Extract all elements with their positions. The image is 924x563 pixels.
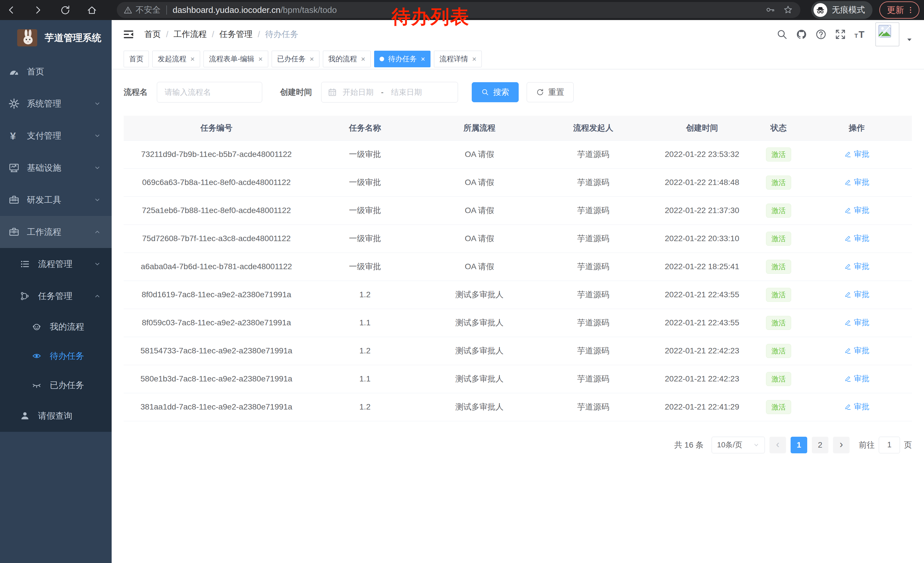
tab-close-icon[interactable]: × [258, 55, 263, 63]
approve-link[interactable]: 审批 [844, 205, 869, 215]
approve-link[interactable]: 审批 [844, 401, 869, 412]
tab-process-detail[interactable]: 流程详情× [434, 51, 482, 67]
action-cell: 审批 [801, 393, 912, 421]
app-logo-row[interactable]: 芋道管理系统 [0, 20, 112, 56]
sidebar-item-home[interactable]: 首页 [0, 56, 112, 88]
prev-page-button[interactable]: ‹ [770, 437, 786, 453]
not-secure-warning-icon[interactable] [124, 6, 132, 14]
chevron-down-icon [94, 100, 101, 107]
browser-back-icon[interactable] [4, 3, 18, 17]
sidebar-item-task-management[interactable]: 任务管理 [0, 280, 112, 312]
breadcrumb-item: 待办任务 [265, 29, 298, 40]
tab-close-icon[interactable]: × [190, 55, 195, 63]
approve-link[interactable]: 审批 [844, 261, 869, 272]
approve-link[interactable]: 审批 [844, 374, 869, 384]
task-name-cell: 一级审批 [309, 140, 421, 168]
avatar-caret-down-icon[interactable] [906, 37, 912, 43]
update-button[interactable]: 更新 [879, 2, 920, 19]
breadcrumb-item[interactable]: 首页 [144, 29, 161, 40]
process-name-input[interactable] [157, 82, 262, 102]
fullscreen-icon[interactable] [834, 28, 847, 41]
browser-forward-icon[interactable] [32, 3, 45, 17]
sidebar-item-done-tasks[interactable]: 已办任务 [0, 371, 112, 400]
tab-form-edit[interactable]: 流程表单-编辑× [204, 51, 268, 67]
eye-closed-icon [32, 381, 41, 390]
sidebar-collapse-icon[interactable] [123, 29, 135, 41]
chevron-up-icon [94, 293, 101, 300]
sidebar-item-todo-tasks[interactable]: 待办任务 [0, 341, 112, 371]
tab-todo-tasks[interactable]: 待办任务× [374, 51, 430, 67]
approve-link[interactable]: 审批 [844, 317, 869, 327]
breadcrumb-item[interactable]: 任务管理 [219, 29, 252, 40]
sidebar-item-leave-query[interactable]: 请假查询 [0, 400, 112, 432]
column-header: 状态 [756, 116, 801, 140]
approve-link[interactable]: 审批 [844, 149, 869, 159]
pagination: 共 16 条 10条/页 ‹12› 前往 页 [124, 437, 912, 453]
tab-start-process[interactable]: 发起流程× [152, 51, 200, 67]
tab-close-icon[interactable]: × [421, 55, 425, 63]
incognito-badge: 无痕模式 [811, 1, 873, 19]
status-cell: 激活 [756, 365, 801, 393]
page-button-1[interactable]: 1 [790, 437, 807, 453]
tab-close-icon[interactable]: × [310, 55, 314, 63]
sidebar-item-system-management[interactable]: 系统管理 [0, 88, 112, 120]
date-range-input[interactable]: 开始日期 - 结束日期 [321, 82, 458, 102]
tab-close-icon[interactable]: × [472, 55, 476, 63]
select-caret-down-icon [753, 442, 759, 448]
sidebar-item-process-management[interactable]: 流程管理 [0, 248, 112, 280]
github-icon[interactable] [795, 28, 808, 41]
sidebar-item-payment-management[interactable]: ¥支付管理 [0, 120, 112, 152]
search-button[interactable]: 搜索 [472, 82, 519, 102]
svg-text:T: T [859, 29, 864, 40]
pagination-total: 共 16 条 [674, 440, 704, 450]
browser-reload-icon[interactable] [58, 3, 72, 17]
sidebar-item-my-process[interactable]: 我的流程 [0, 312, 112, 341]
tree-icon [20, 291, 30, 301]
eye-icon [32, 351, 41, 360]
task-name-cell: 1.2 [309, 393, 421, 421]
status-badge: 激活 [766, 288, 791, 302]
workflow-submenu: 流程管理任务管理我的流程待办任务已办任务请假查询 [0, 248, 112, 432]
sidebar-item-infrastructure[interactable]: 基础设施 [0, 152, 112, 184]
font-size-icon[interactable]: TT [854, 28, 866, 41]
avatar[interactable] [875, 23, 899, 47]
filter-row: 流程名 创建时间 开始日期 - 结束日期 搜索 重置 [124, 82, 912, 102]
task-id-cell: 580e1b3d-7ac8-11ec-a9e2-a2380e71991a [124, 365, 309, 393]
task-name-cell: 一级审批 [309, 225, 421, 252]
approve-link[interactable]: 审批 [844, 289, 869, 300]
column-header: 创建时间 [648, 116, 756, 140]
tab-home[interactable]: 首页 [124, 51, 149, 67]
approve-link[interactable]: 审批 [844, 177, 869, 187]
page-size-select[interactable]: 10条/页 [712, 437, 765, 453]
page-button-2[interactable]: 2 [812, 437, 828, 453]
tab-done-tasks[interactable]: 已办任务× [272, 51, 320, 67]
password-key-icon[interactable] [765, 5, 776, 15]
sidebar-item-dev-tools[interactable]: 研发工具 [0, 184, 112, 216]
approve-link[interactable]: 审批 [844, 233, 869, 243]
sidebar-item-workflow[interactable]: 工作流程 [0, 216, 112, 248]
svg-text:¥: ¥ [10, 130, 16, 141]
status-badge: 激活 [766, 400, 791, 414]
bookmark-star-icon[interactable] [783, 5, 794, 15]
incognito-label: 无痕模式 [832, 4, 865, 16]
goto-page-input[interactable] [879, 437, 900, 453]
search-icon [481, 88, 489, 96]
edit-icon [844, 234, 852, 242]
breadcrumb-separator: / [212, 30, 214, 39]
browser-home-icon[interactable] [85, 3, 99, 17]
process-cell: 测试多审批人 [421, 309, 538, 337]
help-icon[interactable] [814, 28, 827, 41]
task-id-cell: 8f0d1619-7ac8-11ec-a9e2-a2380e71991a [124, 281, 309, 309]
reset-button[interactable]: 重置 [527, 82, 574, 102]
dashboard-icon [9, 66, 20, 77]
create-time-cell: 2022-01-22 21:37:30 [648, 197, 756, 225]
sidebar-menu: 首页系统管理¥支付管理基础设施研发工具工作流程流程管理任务管理我的流程待办任务已… [0, 56, 112, 432]
next-page-button[interactable]: › [833, 437, 850, 453]
header-search-icon[interactable] [776, 28, 788, 41]
approve-link[interactable]: 审批 [844, 345, 869, 356]
breadcrumb-item[interactable]: 工作流程 [174, 29, 207, 40]
tab-my-process[interactable]: 我的流程× [323, 51, 371, 67]
tab-close-icon[interactable]: × [361, 55, 365, 63]
initiator-cell: 芋道源码 [538, 168, 648, 197]
create-time-cell: 2022-01-21 22:42:23 [648, 365, 756, 393]
